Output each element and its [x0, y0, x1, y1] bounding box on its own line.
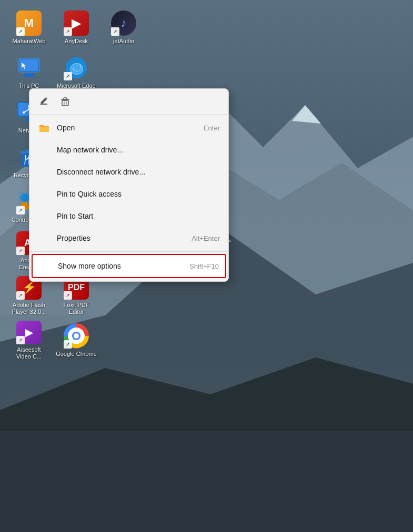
- pin-start-icon: [38, 210, 51, 222]
- rename-button[interactable]: [36, 93, 53, 110]
- properties-shortcut: Alt+Enter: [192, 234, 220, 242]
- menu-item-pin-quick-access[interactable]: Pin to Quick access: [29, 183, 228, 205]
- show-more-options-label: Show more options: [58, 262, 189, 270]
- pin-start-label: Pin to Start: [57, 212, 220, 220]
- icon-chrome[interactable]: ↗ Google Chrome: [53, 318, 100, 363]
- icon-anydesk[interactable]: ▶ ↗ AnyDesk: [53, 5, 100, 50]
- map-network-label: Map network drive...: [57, 146, 220, 154]
- delete-button[interactable]: [57, 93, 74, 110]
- map-network-icon: [38, 144, 51, 156]
- shortcut-arrow: ↗: [64, 27, 72, 36]
- svg-rect-15: [23, 75, 35, 77]
- properties-label: Properties: [57, 234, 192, 242]
- menu-item-map-network[interactable]: Map network drive...: [29, 139, 228, 161]
- icon-chrome-label: Google Chrome: [56, 351, 97, 357]
- menu-item-open[interactable]: Open Enter: [29, 117, 228, 139]
- show-more-options-icon: [39, 260, 52, 272]
- shortcut-arrow: ↗: [111, 27, 119, 36]
- shortcut-arrow: ↗: [16, 247, 25, 255]
- icon-adobeflash-label: Adobe FlashPlayer 32.0...: [12, 302, 46, 315]
- pin-quick-access-label: Pin to Quick access: [57, 190, 220, 198]
- shortcut-arrow: ↗: [64, 340, 72, 349]
- menu-item-show-more-options[interactable]: Show more options Shift+F10: [32, 254, 226, 278]
- shortcut-arrow: ↗: [64, 72, 72, 80]
- icon-maharatweb[interactable]: M ↗ MaharatWeb: [5, 5, 53, 50]
- properties-icon: [38, 232, 51, 244]
- folder-icon: [39, 123, 49, 132]
- disconnect-icon: [38, 166, 51, 178]
- open-icon: [38, 121, 51, 134]
- menu-separator: [29, 251, 228, 252]
- svg-rect-46: [62, 100, 68, 106]
- svg-rect-45: [40, 104, 47, 105]
- shortcut-arrow: ↗: [16, 291, 25, 300]
- show-more-options-shortcut: Shift+F10: [189, 262, 219, 270]
- svg-rect-8: [0, 421, 413, 532]
- shortcut-arrow: ↗: [16, 336, 25, 344]
- icon-anydesk-label: AnyDesk: [65, 38, 88, 45]
- context-menu-toolbar: [29, 89, 228, 115]
- menu-item-pin-start[interactable]: Pin to Start: [29, 205, 228, 227]
- menu-item-properties[interactable]: Properties Alt+Enter: [29, 227, 228, 249]
- delete-icon: [60, 96, 70, 107]
- menu-item-disconnect-network[interactable]: Disconnect network drive...: [29, 161, 228, 183]
- icon-jetaudio-label: jetAudio: [113, 38, 134, 45]
- open-shortcut: Enter: [204, 124, 220, 132]
- disconnect-network-label: Disconnect network drive...: [57, 168, 220, 176]
- shortcut-arrow: ↗: [16, 206, 25, 214]
- context-menu: Open Enter Map network drive... Disconne…: [29, 88, 229, 282]
- icon-aiseesoft[interactable]: ▶ ↗ AiseesoftVideo C...: [5, 318, 53, 363]
- icon-row-7: ▶ ↗ AiseesoftVideo C...: [5, 318, 147, 363]
- icon-aiseesoft-label: AiseesoftVideo C...: [16, 346, 42, 360]
- icon-maharatweb-label: MaharatWeb: [13, 38, 46, 45]
- icon-foxitpdf-label: Foxit PDFEditor: [64, 302, 89, 315]
- svg-point-35: [21, 193, 29, 202]
- context-menu-items: Open Enter Map network drive... Disconne…: [29, 115, 228, 281]
- icon-row-0: M ↗ MaharatWeb ▶ ↗ AnyDesk ♪ ↗ jetAudio: [5, 5, 147, 50]
- shortcut-arrow: ↗: [64, 291, 72, 300]
- thispc-svg: [16, 55, 42, 80]
- icon-jetaudio[interactable]: ♪ ↗ jetAudio: [100, 5, 147, 50]
- shortcut-arrow: ↗: [16, 27, 25, 36]
- open-label: Open: [57, 124, 204, 132]
- svg-point-44: [74, 333, 79, 339]
- pin-quick-access-icon: [38, 188, 51, 200]
- rename-icon: [39, 96, 49, 107]
- svg-rect-48: [64, 98, 67, 100]
- svg-rect-14: [25, 73, 33, 75]
